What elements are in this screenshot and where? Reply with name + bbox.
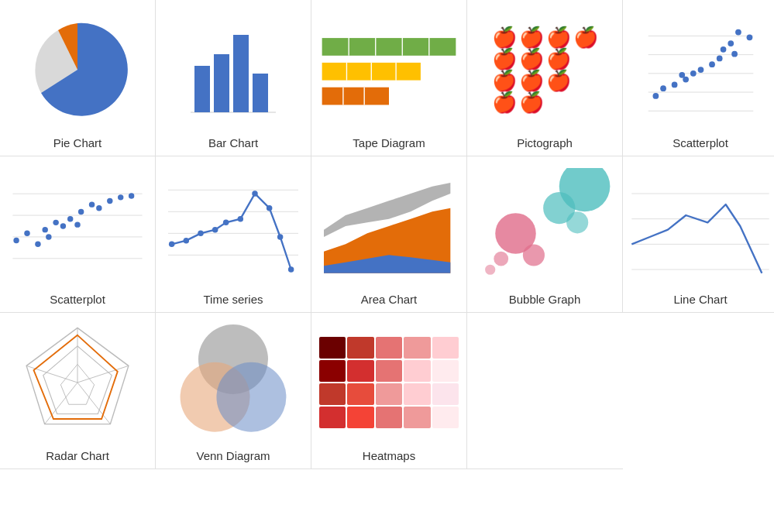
svg-rect-2 <box>214 54 229 112</box>
heatmaps-label: Heatmaps <box>363 449 415 462</box>
time-series-cell: Time series <box>156 156 311 313</box>
svg-point-34 <box>652 93 659 99</box>
svg-point-52 <box>129 193 134 198</box>
pie-chart-label: Pie Chart <box>53 136 102 149</box>
scatterplot-top-label: Scatterplot <box>673 136 728 149</box>
scatterplot-bottom-label: Scatterplot <box>50 293 105 306</box>
svg-point-49 <box>96 205 101 211</box>
svg-point-32 <box>671 82 677 88</box>
svg-point-27 <box>716 56 722 62</box>
heatmap-visual <box>319 337 459 428</box>
venn-diagram-svg <box>167 324 299 441</box>
svg-point-94 <box>216 362 286 432</box>
bar-chart-label: Bar Chart <box>208 136 258 149</box>
svg-rect-3 <box>233 35 249 112</box>
radar-chart-svg <box>15 321 139 444</box>
svg-point-54 <box>74 221 80 227</box>
svg-point-42 <box>35 242 40 247</box>
heatmap-cell <box>319 407 346 428</box>
bar-chart-svg <box>183 19 284 120</box>
svg-point-63 <box>223 220 229 225</box>
svg-point-47 <box>78 209 84 215</box>
svg-point-40 <box>13 238 19 243</box>
svg-point-28 <box>709 61 715 67</box>
heatmap-cell <box>404 383 430 405</box>
empty-cell <box>467 313 623 469</box>
radar-chart-label: Radar Chart <box>46 449 109 462</box>
svg-point-26 <box>731 51 738 57</box>
svg-point-66 <box>267 205 272 211</box>
svg-point-30 <box>690 70 696 77</box>
scatterplot-top-cell: Scatterplot <box>623 0 774 156</box>
svg-point-60 <box>184 238 189 243</box>
svg-point-43 <box>43 227 48 232</box>
pictograph-label: Pictograph <box>517 136 573 149</box>
svg-point-48 <box>89 201 95 207</box>
svg-point-74 <box>566 211 588 233</box>
bubble-graph-svg <box>471 168 618 284</box>
line-chart-cell: Line Chart <box>623 156 774 313</box>
svg-point-65 <box>252 190 257 196</box>
heatmap-cell <box>347 360 373 382</box>
venn-diagram-label: Venn Diagram <box>196 449 270 462</box>
svg-point-76 <box>523 244 545 266</box>
heatmap-cell <box>404 360 430 382</box>
bubble-graph-cell: Bubble Graph <box>467 156 623 313</box>
line-chart-svg <box>627 172 774 280</box>
svg-point-33 <box>660 85 666 91</box>
svg-point-59 <box>169 242 174 247</box>
svg-point-78 <box>485 265 495 275</box>
heatmap-cell <box>376 360 402 382</box>
svg-point-50 <box>107 198 112 204</box>
svg-rect-1 <box>194 66 210 112</box>
svg-point-23 <box>746 34 752 40</box>
svg-point-44 <box>53 220 58 225</box>
pie-chart-cell: Pie Chart <box>0 0 156 156</box>
heatmap-cell <box>376 337 402 359</box>
svg-rect-5 <box>322 38 456 56</box>
svg-point-29 <box>697 67 703 73</box>
heatmap-cell <box>319 360 346 382</box>
svg-line-89 <box>45 383 77 424</box>
heatmaps-cell: Heatmaps <box>311 313 467 469</box>
heatmap-cell <box>319 337 346 359</box>
heatmap-cell <box>376 383 402 405</box>
area-chart-cell: Area Chart <box>311 156 467 313</box>
svg-point-62 <box>212 227 218 232</box>
area-chart-svg <box>315 172 463 280</box>
scatterplot-bottom-cell: Scatterplot <box>0 156 156 313</box>
pictograph-visual: 🍎 🍎 🍎 🍎 🍎 🍎 🍎 🍎 🍎 🍎 🍎 🍎 <box>492 27 598 112</box>
line-chart-label: Line Chart <box>673 293 727 306</box>
tape-diagram-svg <box>315 31 463 108</box>
venn-diagram-cell: Venn Diagram <box>156 313 311 469</box>
heatmap-cell <box>432 407 459 428</box>
time-series-label: Time series <box>204 293 263 306</box>
bubble-graph-label: Bubble Graph <box>509 293 581 306</box>
heatmap-cell <box>404 407 430 428</box>
scatterplot-bottom-svg <box>4 176 151 276</box>
svg-point-46 <box>67 216 73 221</box>
svg-point-64 <box>238 216 243 221</box>
svg-point-35 <box>679 72 685 78</box>
pictograph-cell: 🍎 🍎 🍎 🍎 🍎 🍎 🍎 🍎 🍎 🍎 🍎 🍎 <box>467 0 623 156</box>
heatmap-cell <box>404 337 430 359</box>
heatmap-cell <box>432 383 459 405</box>
heatmap-cell <box>432 360 459 382</box>
scatterplot-top-svg <box>641 19 761 120</box>
chart-grid: Pie Chart Bar Chart <box>0 0 774 469</box>
heatmap-cell <box>347 337 373 359</box>
svg-point-61 <box>198 231 203 236</box>
tape-diagram-label: Tape Diagram <box>353 136 425 149</box>
bar-chart-cell: Bar Chart <box>156 0 311 156</box>
heatmap-cell <box>347 407 373 428</box>
svg-point-25 <box>720 46 726 53</box>
svg-line-88 <box>77 383 110 424</box>
heatmap-cell <box>432 337 459 359</box>
svg-point-77 <box>494 252 508 266</box>
radar-chart-cell: Radar Chart <box>0 313 156 469</box>
time-series-svg <box>160 172 307 280</box>
heatmap-cell <box>347 383 373 405</box>
svg-point-24 <box>728 40 734 46</box>
svg-point-68 <box>288 266 294 272</box>
svg-point-22 <box>735 29 741 36</box>
